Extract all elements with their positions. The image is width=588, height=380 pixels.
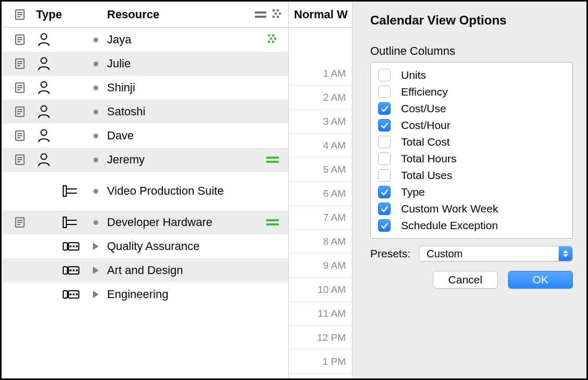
doc-icon <box>7 106 33 117</box>
app-frame: Type Resource JayaJulieShinjiSatoshiDave… <box>0 0 588 380</box>
column-option[interactable]: Total Cost <box>375 134 568 150</box>
resource-row[interactable]: Video Production Suite <box>2 172 288 210</box>
svg-point-63 <box>69 245 72 247</box>
disclosure-icon[interactable] <box>84 243 107 250</box>
bars-icon[interactable] <box>255 11 266 18</box>
svg-rect-11 <box>277 16 279 18</box>
svg-rect-19 <box>270 38 272 40</box>
svg-point-70 <box>76 269 78 271</box>
svg-rect-17 <box>268 34 270 37</box>
option-label: Units <box>401 69 426 81</box>
svg-rect-62 <box>63 243 67 250</box>
checkbox[interactable] <box>378 86 391 98</box>
option-label: Cost/Hour <box>401 119 451 132</box>
bullet-icon <box>84 38 107 42</box>
resource-name: Developer Hardware <box>107 216 262 229</box>
resource-row[interactable]: Shinji <box>2 76 288 100</box>
resource-row[interactable]: Quality Assurance <box>2 234 288 258</box>
resource-outline: Type Resource JayaJulieShinjiSatoshiDave… <box>2 2 289 378</box>
type-column-header[interactable]: Type <box>33 8 84 21</box>
svg-rect-57 <box>63 217 66 228</box>
hash-green <box>262 34 283 45</box>
resource-row[interactable]: Developer Hardware <box>2 210 288 234</box>
svg-rect-50 <box>63 186 66 196</box>
svg-point-68 <box>69 269 72 271</box>
cancel-button[interactable]: Cancel <box>433 271 498 289</box>
svg-rect-60 <box>266 219 279 221</box>
resource-name: Video Production Suite <box>107 184 262 197</box>
resource-column-header[interactable]: Resource <box>84 8 240 21</box>
resource-row[interactable]: Satoshi <box>2 100 288 124</box>
svg-point-75 <box>76 293 78 295</box>
svg-rect-8 <box>275 13 277 15</box>
checkbox[interactable] <box>378 203 391 215</box>
resource-row[interactable]: Engineering <box>2 282 288 306</box>
svg-rect-49 <box>266 161 279 163</box>
bars-green <box>262 156 283 163</box>
presets-row: Presets: Custom <box>370 246 573 262</box>
person-icon <box>33 128 84 143</box>
column-option[interactable]: Schedule Exception <box>375 217 568 234</box>
doc-icon <box>7 34 33 45</box>
svg-rect-72 <box>63 291 67 298</box>
checkbox[interactable] <box>378 169 391 182</box>
doc-icon <box>7 58 33 69</box>
svg-rect-7 <box>277 9 279 11</box>
svg-point-47 <box>41 154 47 160</box>
ok-button-label: OK <box>533 274 548 286</box>
column-option[interactable]: Efficiency <box>375 84 568 100</box>
disclosure-icon[interactable] <box>84 291 107 298</box>
checkbox[interactable] <box>378 102 391 115</box>
checkbox[interactable] <box>378 186 391 198</box>
svg-point-32 <box>41 82 47 88</box>
timeline-hours: 1 AM2 AM3 AM4 AM5 AM6 AM7 AM8 AM9 AM10 A… <box>289 28 352 378</box>
svg-point-27 <box>41 58 47 64</box>
equipment-icon <box>33 185 84 197</box>
presets-select[interactable]: Custom <box>419 246 573 262</box>
ok-button[interactable]: OK <box>508 271 573 289</box>
hour-label: 4 AM <box>323 140 346 151</box>
column-option[interactable]: Custom Work Week <box>375 200 568 217</box>
checkbox[interactable] <box>378 136 391 148</box>
hash-icon[interactable] <box>272 9 283 20</box>
checkbox[interactable] <box>378 69 391 81</box>
bullet-icon <box>84 110 107 114</box>
resource-row[interactable]: Jaya <box>2 28 288 52</box>
person-icon <box>33 80 84 95</box>
dialog-title: Calendar View Options <box>370 13 573 28</box>
bullet-icon <box>84 220 107 225</box>
resource-row[interactable]: Dave <box>2 124 288 148</box>
equipment-icon <box>33 216 84 229</box>
disclosure-icon[interactable] <box>84 267 107 274</box>
resource-row[interactable]: Art and Design <box>2 258 288 282</box>
column-option[interactable]: Units <box>375 67 568 84</box>
resource-name: Satoshi <box>107 105 262 118</box>
resource-row[interactable]: Julie <box>2 52 288 76</box>
hour-label: 1 PM <box>323 356 346 367</box>
hour-label: 10 AM <box>317 284 346 295</box>
resource-row[interactable]: Jeremy <box>2 148 288 172</box>
resource-name: Art and Design <box>107 264 262 277</box>
timeline-header[interactable]: Normal W <box>289 2 352 28</box>
option-label: Total Cost <box>401 136 450 148</box>
column-option[interactable]: Type <box>375 184 568 200</box>
column-option[interactable]: Total Uses <box>375 167 568 184</box>
column-option[interactable]: Cost/Hour <box>375 117 568 134</box>
outline-columns-list: UnitsEfficiencyCost/UseCost/HourTotal Co… <box>370 62 573 239</box>
column-option[interactable]: Cost/Use <box>375 100 568 117</box>
doc-column-icon[interactable] <box>7 9 33 20</box>
svg-rect-67 <box>63 267 67 274</box>
svg-point-74 <box>73 293 75 295</box>
column-option[interactable]: Total Hours <box>375 150 568 167</box>
checkbox[interactable] <box>378 152 391 165</box>
svg-rect-6 <box>273 9 275 11</box>
group-icon <box>33 240 84 253</box>
bullet-icon <box>84 158 107 162</box>
checkbox[interactable] <box>378 219 391 232</box>
view-options-dialog: Calendar View Options Outline Columns Un… <box>352 2 586 378</box>
bars-green <box>262 219 283 226</box>
checkbox[interactable] <box>378 119 391 132</box>
option-label: Type <box>401 186 425 198</box>
svg-rect-18 <box>272 34 274 37</box>
outline-columns-label: Outline Columns <box>370 44 573 58</box>
